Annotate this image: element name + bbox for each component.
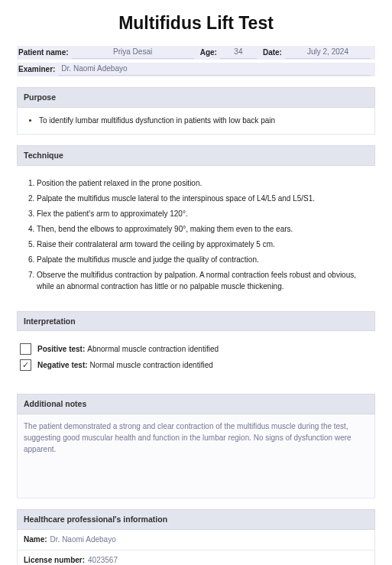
hp-license-label: License number: (24, 555, 85, 565)
technique-step: Palpate the multifidus muscle and judge … (37, 254, 372, 265)
negative-checkbox[interactable] (20, 359, 31, 371)
age-label: Age: (199, 47, 220, 58)
positive-test-row: Positive test: Abnormal muscle contracti… (20, 343, 372, 355)
interpretation-body: Positive test: Abnormal muscle contracti… (17, 331, 375, 383)
examiner-value[interactable]: Dr. Naomi Adebayo (58, 63, 371, 76)
patient-name-label: Patient name: (17, 47, 72, 58)
hp-name-label: Name: (24, 534, 47, 545)
hp-table: Name: Dr. Naomi Adebayo License number: … (17, 530, 375, 565)
interpretation-heading: Interpretation (17, 311, 375, 332)
technique-step: Observe the multifidus contraction by pa… (37, 269, 372, 292)
header-row-1: Patient name: Priya Desai Age: 34 Date: … (17, 46, 375, 60)
purpose-item: To identify lumbar multifidus dysfunctio… (39, 115, 367, 126)
negative-label: Negative test: (37, 360, 88, 371)
hp-name-value[interactable]: Dr. Naomi Adebayo (50, 534, 116, 545)
technique-step: Flex the patient's arm to approximately … (37, 208, 372, 219)
examiner-label: Examiner: (17, 64, 58, 75)
notes-heading: Additional notes (17, 394, 375, 414)
hp-license-value[interactable]: 4023567 (88, 555, 118, 565)
technique-step: Then, bend the elbows to approximately 9… (37, 223, 372, 235)
patient-name-value[interactable]: Priya Desai (72, 47, 194, 59)
hp-name-row: Name: Dr. Naomi Adebayo (18, 530, 374, 550)
header-row-2: Examiner: Dr. Naomi Adebayo (17, 63, 375, 76)
positive-checkbox[interactable] (20, 343, 31, 355)
technique-step: Palpate the multifidus muscle lateral to… (37, 193, 372, 204)
date-label: Date: (261, 47, 285, 58)
technique-step: Raise their contralateral arm toward the… (37, 239, 372, 250)
date-value[interactable]: July 2, 2024 (285, 47, 371, 59)
page-title: Multifidus Lift Test (17, 11, 375, 35)
positive-label: Positive test: (37, 344, 85, 355)
purpose-heading: Purpose (17, 87, 375, 108)
age-value[interactable]: 34 (220, 47, 257, 59)
positive-desc: Abnormal muscle contraction identified (87, 344, 219, 355)
technique-body: Position the patient relaxed in the pron… (17, 166, 375, 300)
notes-textarea[interactable]: The patient demonstrated a strong and cl… (17, 414, 375, 498)
technique-heading: Technique (17, 145, 375, 166)
technique-step: Position the patient relaxed in the pron… (37, 177, 372, 189)
hp-license-row: License number: 4023567 (18, 550, 374, 565)
purpose-body: To identify lumbar multifidus dysfunctio… (17, 108, 375, 135)
negative-desc: Normal muscle contraction identified (90, 360, 213, 371)
negative-test-row: Negative test: Normal muscle contraction… (20, 359, 372, 371)
hp-heading: Healthcare professional's information (17, 509, 375, 530)
